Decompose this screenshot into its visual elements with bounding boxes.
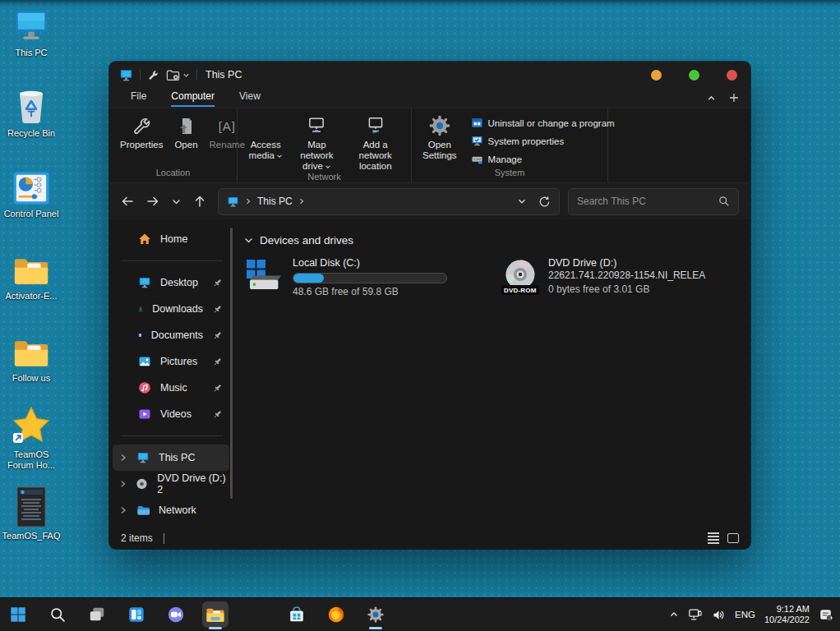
desktop-icon-label: TeamOS Forum Ho...: [2, 449, 61, 471]
section-header-devices[interactable]: Devices and drives: [244, 234, 750, 246]
sidebar-item-music[interactable]: Music: [113, 375, 229, 401]
chat-icon: [167, 606, 185, 624]
this-pc-icon: [227, 196, 239, 208]
desktop-icon-label: Recycle Bin: [2, 128, 61, 139]
tray-volume-button[interactable]: [712, 609, 726, 621]
status-separator: [164, 533, 164, 544]
tray-chevron-up-button[interactable]: [669, 610, 679, 619]
tray-clock[interactable]: 9:12 AM 10/24/2022: [764, 604, 810, 625]
qat-properties-button[interactable]: [147, 69, 159, 81]
desktop-icon-label: Control Panel: [2, 209, 61, 219]
access-media-button[interactable]: Access media: [242, 114, 288, 161]
minimize-button[interactable]: [651, 70, 662, 81]
up-button[interactable]: [193, 195, 206, 208]
new-tab-button[interactable]: [729, 93, 739, 103]
sidebar-item-home[interactable]: Home: [113, 226, 229, 252]
search-input[interactable]: Search This PC: [568, 188, 739, 215]
gear-icon: [428, 114, 451, 137]
language-indicator[interactable]: ENG: [735, 610, 755, 619]
downloads-icon: [138, 302, 143, 316]
drive-item-local-disk-c[interactable]: Local Disk (C:) 48.6 GB free of 59.8 GB: [244, 257, 447, 298]
system-properties-button[interactable]: System properties: [471, 135, 615, 147]
microsoft-store-button[interactable]: [284, 601, 310, 628]
desktop-icon-teamos-forum[interactable]: TeamOS Forum Ho...: [2, 407, 61, 471]
ribbon-group-network: Access media Map network drive Add a net…: [238, 108, 412, 182]
uninstall-program-button[interactable]: Uninstall or change a program: [471, 117, 615, 129]
gear-icon: [367, 606, 385, 624]
navigation-pane: Home Desktop Downloads Documents Picture…: [109, 219, 234, 527]
chevron-down-icon: [172, 197, 181, 206]
tab-file[interactable]: File: [121, 89, 156, 107]
sidebar-item-desktop[interactable]: Desktop: [113, 269, 229, 296]
folder-icon: [2, 330, 61, 370]
desktop-icon-recycle-bin[interactable]: Recycle Bin: [2, 85, 61, 139]
sidebar-item-downloads[interactable]: Downloads: [113, 296, 229, 322]
pin-icon: [212, 357, 223, 367]
recent-locations-button[interactable]: [172, 197, 181, 206]
sidebar-item-dvd-drive[interactable]: DVD Drive (D:) 2: [113, 471, 229, 497]
sidebar-item-this-pc[interactable]: This PC: [113, 444, 229, 471]
pictures-icon: [138, 355, 151, 368]
tab-view[interactable]: View: [229, 89, 270, 107]
desktop-icon-activator[interactable]: Activator-E...: [2, 248, 61, 302]
properties-button[interactable]: Properties: [114, 114, 168, 150]
titlebar[interactable]: This PC: [109, 62, 750, 88]
up-icon: [193, 195, 206, 208]
address-dropdown-button[interactable]: [518, 197, 526, 205]
minimize-ribbon-button[interactable]: [707, 94, 716, 103]
map-network-drive-button[interactable]: Map network drive: [288, 114, 344, 172]
wrench-icon: [132, 114, 152, 137]
details-view-button[interactable]: [708, 532, 719, 544]
widgets-button[interactable]: [123, 601, 150, 628]
tray-network-button[interactable]: [688, 608, 703, 621]
items-count: 2 items: [121, 532, 153, 544]
chevron-up-icon: [707, 94, 716, 103]
back-button[interactable]: [121, 195, 134, 208]
home-icon: [138, 233, 151, 246]
taskbar-search-button[interactable]: [44, 601, 71, 628]
qat-new-folder-button[interactable]: [166, 69, 190, 81]
desktop-icon-this-pc[interactable]: This PC: [2, 5, 61, 58]
folder-icon: [2, 248, 61, 288]
desktop-icon-teamos-faq[interactable]: TeamOS_FAQ: [2, 488, 61, 541]
breadcrumb-this-pc[interactable]: This PC: [257, 196, 293, 207]
tab-computer[interactable]: Computer: [161, 89, 224, 107]
store-icon: [288, 606, 306, 624]
desktop-icon-control-panel[interactable]: Control Panel: [2, 166, 61, 219]
sidebar-item-documents[interactable]: Documents: [113, 322, 229, 348]
task-view-button[interactable]: [84, 601, 110, 628]
ribbon-tabs: File Computer View: [109, 88, 750, 108]
sidebar-item-network[interactable]: Network: [113, 497, 229, 523]
capacity-bar-fill: [293, 274, 324, 283]
program-icon: [471, 117, 483, 129]
manage-button[interactable]: Manage: [471, 153, 615, 165]
sidebar-item-videos[interactable]: Videos: [113, 401, 229, 427]
firefox-button[interactable]: [323, 601, 349, 628]
text-document-icon: [2, 488, 61, 527]
refresh-button[interactable]: [538, 196, 551, 208]
drive-free-space: 0 bytes free of 3.01 GB: [548, 283, 705, 296]
add-network-location-button[interactable]: Add a network location: [344, 114, 406, 172]
desktop-icon-label: This PC: [2, 48, 61, 58]
drive-name: Local Disk (C:): [293, 257, 447, 269]
start-button[interactable]: [5, 601, 31, 628]
maximize-button[interactable]: [689, 70, 699, 81]
search-icon: [49, 606, 67, 624]
nav-scrollbar[interactable]: [230, 228, 233, 499]
taskbar-settings-button[interactable]: [362, 601, 389, 628]
open-button[interactable]: Open: [168, 114, 203, 150]
drive-item-dvd-d[interactable]: DVD-ROM DVD Drive (D:) 22621.741.220928-…: [501, 257, 705, 298]
chevron-down-icon: [325, 164, 331, 170]
chat-button[interactable]: [163, 601, 189, 628]
rename-icon: [A]: [219, 114, 236, 137]
open-settings-button[interactable]: Open Settings: [417, 114, 463, 161]
sidebar-item-pictures[interactable]: Pictures: [113, 348, 229, 375]
pin-icon: [212, 304, 223, 315]
address-bar[interactable]: This PC: [218, 188, 560, 215]
notification-center-button[interactable]: [819, 607, 833, 622]
forward-button[interactable]: [146, 195, 159, 208]
large-icons-view-button[interactable]: [727, 533, 739, 543]
desktop-icon-follow-us[interactable]: Follow us: [2, 330, 61, 384]
close-button[interactable]: [727, 70, 737, 81]
taskbar-file-explorer-button[interactable]: [202, 601, 228, 628]
